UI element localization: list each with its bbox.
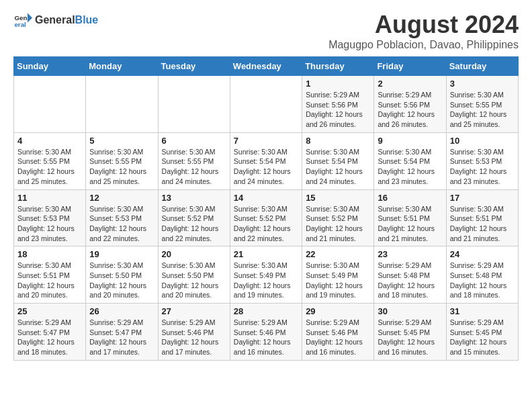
day-info-4: Sunrise: 5:30 AM Sunset: 5:55 PM Dayligh…: [17, 147, 82, 187]
col-thursday: Thursday: [302, 57, 374, 76]
day-number-12: 12: [89, 193, 154, 203]
day-number-2: 2: [378, 79, 442, 89]
day-info-26: Sunrise: 5:29 AM Sunset: 5:47 PM Dayligh…: [89, 318, 154, 357]
cell-w1-d5: 1Sunrise: 5:29 AM Sunset: 5:56 PM Daylig…: [302, 76, 374, 133]
day-info-10: Sunrise: 5:30 AM Sunset: 5:53 PM Dayligh…: [450, 147, 515, 187]
cell-w1-d6: 2Sunrise: 5:29 AM Sunset: 5:56 PM Daylig…: [374, 76, 446, 133]
logo-blue-text: Blue: [75, 14, 99, 26]
day-info-16: Sunrise: 5:30 AM Sunset: 5:51 PM Dayligh…: [378, 204, 442, 244]
day-info-8: Sunrise: 5:30 AM Sunset: 5:54 PM Dayligh…: [306, 147, 370, 187]
day-info-2: Sunrise: 5:29 AM Sunset: 5:56 PM Dayligh…: [378, 90, 442, 130]
day-info-24: Sunrise: 5:29 AM Sunset: 5:48 PM Dayligh…: [450, 261, 515, 300]
cell-w4-d4: 21Sunrise: 5:30 AM Sunset: 5:49 PM Dayli…: [230, 246, 302, 304]
day-number-10: 10: [450, 136, 515, 146]
logo-icon: Gen eral: [13, 11, 32, 30]
day-info-14: Sunrise: 5:30 AM Sunset: 5:52 PM Dayligh…: [234, 204, 298, 244]
cell-w3-d1: 11Sunrise: 5:30 AM Sunset: 5:53 PM Dayli…: [14, 189, 86, 246]
day-number-26: 26: [89, 306, 154, 316]
day-info-12: Sunrise: 5:30 AM Sunset: 5:53 PM Dayligh…: [89, 204, 154, 244]
week-row-5: 25Sunrise: 5:29 AM Sunset: 5:47 PM Dayli…: [14, 304, 519, 361]
day-info-6: Sunrise: 5:30 AM Sunset: 5:55 PM Dayligh…: [162, 147, 226, 187]
day-number-19: 19: [89, 249, 154, 259]
day-number-14: 14: [234, 193, 298, 203]
cell-w2-d3: 6Sunrise: 5:30 AM Sunset: 5:55 PM Daylig…: [158, 132, 230, 189]
title-area: August 2024 Magugpo Poblacion, Davao, Ph…: [328, 11, 519, 51]
logo: Gen eral GeneralBlue: [13, 11, 98, 30]
cell-w5-d3: 27Sunrise: 5:29 AM Sunset: 5:46 PM Dayli…: [158, 304, 230, 361]
cell-w2-d5: 8Sunrise: 5:30 AM Sunset: 5:54 PM Daylig…: [302, 132, 374, 189]
day-info-11: Sunrise: 5:30 AM Sunset: 5:53 PM Dayligh…: [17, 204, 82, 244]
col-sunday: Sunday: [14, 57, 86, 76]
day-number-17: 17: [450, 193, 515, 203]
week-row-2: 4Sunrise: 5:30 AM Sunset: 5:55 PM Daylig…: [14, 132, 519, 189]
day-info-29: Sunrise: 5:29 AM Sunset: 5:46 PM Dayligh…: [306, 318, 370, 357]
day-number-27: 27: [162, 306, 226, 316]
cell-w4-d5: 22Sunrise: 5:30 AM Sunset: 5:49 PM Dayli…: [302, 246, 374, 304]
day-info-1: Sunrise: 5:29 AM Sunset: 5:56 PM Dayligh…: [306, 90, 370, 130]
day-info-9: Sunrise: 5:30 AM Sunset: 5:54 PM Dayligh…: [378, 147, 442, 187]
day-number-11: 11: [17, 193, 82, 203]
col-friday: Friday: [374, 57, 446, 76]
day-number-24: 24: [450, 249, 515, 259]
cell-w3-d7: 17Sunrise: 5:30 AM Sunset: 5:51 PM Dayli…: [446, 189, 518, 246]
day-number-16: 16: [378, 193, 442, 203]
day-info-25: Sunrise: 5:29 AM Sunset: 5:47 PM Dayligh…: [17, 318, 82, 357]
day-number-5: 5: [89, 136, 154, 146]
day-number-8: 8: [306, 136, 370, 146]
day-info-19: Sunrise: 5:30 AM Sunset: 5:50 PM Dayligh…: [89, 261, 154, 300]
cell-w5-d7: 31Sunrise: 5:29 AM Sunset: 5:45 PM Dayli…: [446, 304, 518, 361]
cell-w5-d1: 25Sunrise: 5:29 AM Sunset: 5:47 PM Dayli…: [14, 304, 86, 361]
day-number-30: 30: [378, 306, 442, 316]
day-number-22: 22: [306, 249, 370, 259]
cell-w3-d2: 12Sunrise: 5:30 AM Sunset: 5:53 PM Dayli…: [86, 189, 158, 246]
day-info-18: Sunrise: 5:30 AM Sunset: 5:51 PM Dayligh…: [17, 261, 82, 300]
day-number-4: 4: [17, 136, 82, 146]
cell-w4-d3: 20Sunrise: 5:30 AM Sunset: 5:50 PM Dayli…: [158, 246, 230, 304]
cell-w5-d5: 29Sunrise: 5:29 AM Sunset: 5:46 PM Dayli…: [302, 304, 374, 361]
col-wednesday: Wednesday: [230, 57, 302, 76]
svg-marker-2: [28, 13, 32, 23]
day-number-3: 3: [450, 79, 515, 89]
cell-w3-d6: 16Sunrise: 5:30 AM Sunset: 5:51 PM Dayli…: [374, 189, 446, 246]
svg-text:eral: eral: [14, 21, 26, 28]
week-row-4: 18Sunrise: 5:30 AM Sunset: 5:51 PM Dayli…: [14, 246, 519, 304]
cell-w5-d6: 30Sunrise: 5:29 AM Sunset: 5:45 PM Dayli…: [374, 304, 446, 361]
logo-general-text: General: [35, 14, 75, 26]
day-info-28: Sunrise: 5:29 AM Sunset: 5:46 PM Dayligh…: [234, 318, 298, 357]
day-info-13: Sunrise: 5:30 AM Sunset: 5:52 PM Dayligh…: [162, 204, 226, 244]
day-number-31: 31: [450, 306, 515, 316]
day-number-18: 18: [17, 249, 82, 259]
day-number-13: 13: [162, 193, 226, 203]
cell-w5-d2: 26Sunrise: 5:29 AM Sunset: 5:47 PM Dayli…: [86, 304, 158, 361]
day-number-7: 7: [234, 136, 298, 146]
cell-w3-d4: 14Sunrise: 5:30 AM Sunset: 5:52 PM Dayli…: [230, 189, 302, 246]
cell-w4-d2: 19Sunrise: 5:30 AM Sunset: 5:50 PM Dayli…: [86, 246, 158, 304]
day-number-21: 21: [234, 249, 298, 259]
week-row-3: 11Sunrise: 5:30 AM Sunset: 5:53 PM Dayli…: [14, 189, 519, 246]
day-info-3: Sunrise: 5:30 AM Sunset: 5:55 PM Dayligh…: [450, 90, 515, 130]
day-number-1: 1: [306, 79, 370, 89]
cell-w5-d4: 28Sunrise: 5:29 AM Sunset: 5:46 PM Dayli…: [230, 304, 302, 361]
cell-w2-d4: 7Sunrise: 5:30 AM Sunset: 5:54 PM Daylig…: [230, 132, 302, 189]
cell-w1-d4: [230, 76, 302, 133]
day-number-23: 23: [378, 249, 442, 259]
cell-w3-d3: 13Sunrise: 5:30 AM Sunset: 5:52 PM Dayli…: [158, 189, 230, 246]
day-number-20: 20: [162, 249, 226, 259]
cell-w4-d7: 24Sunrise: 5:29 AM Sunset: 5:48 PM Dayli…: [446, 246, 518, 304]
main-title: August 2024: [328, 11, 519, 39]
day-info-21: Sunrise: 5:30 AM Sunset: 5:49 PM Dayligh…: [234, 261, 298, 300]
cell-w2-d6: 9Sunrise: 5:30 AM Sunset: 5:54 PM Daylig…: [374, 132, 446, 189]
day-number-25: 25: [17, 306, 82, 316]
day-info-17: Sunrise: 5:30 AM Sunset: 5:51 PM Dayligh…: [450, 204, 515, 244]
col-saturday: Saturday: [446, 57, 518, 76]
day-info-15: Sunrise: 5:30 AM Sunset: 5:52 PM Dayligh…: [306, 204, 370, 244]
header: Gen eral GeneralBlue August 2024 Magugpo…: [13, 11, 519, 51]
day-info-30: Sunrise: 5:29 AM Sunset: 5:45 PM Dayligh…: [378, 318, 442, 357]
day-info-5: Sunrise: 5:30 AM Sunset: 5:55 PM Dayligh…: [89, 147, 154, 187]
cell-w1-d3: [158, 76, 230, 133]
calendar-table: Sunday Monday Tuesday Wednesday Thursday…: [13, 56, 519, 361]
col-monday: Monday: [86, 57, 158, 76]
day-number-6: 6: [162, 136, 226, 146]
day-info-20: Sunrise: 5:30 AM Sunset: 5:50 PM Dayligh…: [162, 261, 226, 300]
day-info-31: Sunrise: 5:29 AM Sunset: 5:45 PM Dayligh…: [450, 318, 515, 357]
